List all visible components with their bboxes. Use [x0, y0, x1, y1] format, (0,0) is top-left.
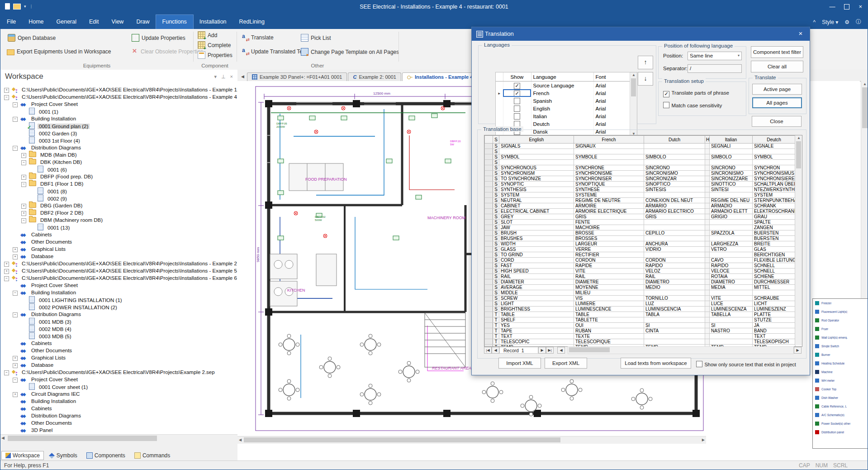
tree-item[interactable]: +DBG (Garden DB)	[0, 202, 237, 209]
dutch-cell[interactable]	[644, 290, 705, 296]
row-header-cell[interactable]	[485, 290, 493, 296]
deutch-cell[interactable]: SCHNELL	[753, 263, 796, 269]
dutch-cell[interactable]	[644, 220, 705, 225]
translation-row[interactable]: SRAILRAILRAILROTAIASCHIENE	[485, 274, 796, 279]
translation-column-header-s[interactable]: S	[493, 136, 499, 144]
language-column-header-font[interactable]: Font	[593, 72, 630, 82]
deutch-cell[interactable]: SYNCHRONISIEREN	[753, 176, 796, 182]
properties-button[interactable]: Properties	[198, 51, 232, 59]
tree-item[interactable]: ◆◆3D Panel	[0, 427, 237, 434]
deutch-cell[interactable]: TEXT	[753, 334, 796, 339]
english-cell[interactable]: CABINET	[499, 203, 574, 209]
workspace-horizontal-scrollbar[interactable]: ◀	[0, 434, 237, 442]
row-header-cell[interactable]	[485, 247, 493, 252]
all-pages-button[interactable]: All pages	[752, 97, 802, 108]
english-cell[interactable]: FAST	[499, 263, 574, 269]
english-cell[interactable]: SYNOPTIC	[499, 182, 574, 187]
legend-item[interactable]: Wall Light(s) emerg.	[813, 333, 868, 342]
tree-item[interactable]: −◆‣‣C:\Users\Public\Documents\IGE+XAO\SE…	[0, 274, 237, 282]
italian-cell[interactable]	[710, 252, 753, 258]
italian-cell[interactable]: SINCRONO	[710, 165, 753, 171]
french-cell[interactable]: VIS	[574, 296, 644, 301]
french-cell[interactable]	[574, 149, 644, 154]
deutch-cell[interactable]: SCHRANK	[753, 203, 796, 209]
menu-tab-view[interactable]: View	[105, 15, 130, 29]
row-header-cell[interactable]	[485, 241, 493, 247]
row-header-cell[interactable]	[485, 263, 493, 269]
translate-parts-checkbox[interactable]: ✓ Translate parts of phrase	[663, 88, 729, 97]
tree-expander-icon[interactable]: −	[4, 370, 9, 375]
tree-item[interactable]: ◆◆Other Documents	[0, 419, 237, 427]
complete-button[interactable]: Complete	[198, 41, 231, 49]
translation-row[interactable]: SFASTRAPIDERAPIDORAPIDOSCHNELL	[485, 263, 796, 269]
language-name-cell[interactable]: Deutch	[531, 120, 593, 128]
tree-item[interactable]: 0001 LIGHTING INSTALLATION (1)	[0, 296, 237, 303]
deutch-cell[interactable]: GLAS	[753, 247, 796, 252]
translation-row[interactable]: SBRUSHESBROSSESBUERSTEN	[485, 236, 796, 241]
tree-item[interactable]: 0001 Cover sheet (1)	[0, 383, 237, 390]
dutch-cell[interactable]: RAIL	[644, 274, 705, 279]
show-language-checkbox[interactable]: ✓	[503, 82, 531, 90]
row-header-cell[interactable]	[485, 296, 493, 301]
translation-row[interactable]: SSYSTEMSYSTEMESYSTEM	[485, 192, 796, 198]
english-cell[interactable]: SYNCHRONOUS	[499, 165, 574, 171]
english-cell[interactable]: TO SYNCHRONIZE	[499, 176, 574, 182]
language-row[interactable]: ItalianArial	[496, 112, 630, 120]
tree-item[interactable]: +◆◆Graphical Lists	[0, 245, 237, 253]
deutch-cell[interactable]: ELEKTROSCHRANK	[753, 209, 796, 214]
scroll-right-icon[interactable]: ▶	[702, 438, 705, 442]
dutch-cell[interactable]: SINCRONISMO	[644, 171, 705, 176]
tree-item[interactable]: −DBM (Machinery room DB)	[0, 216, 237, 224]
english-cell[interactable]: SLOT	[499, 220, 574, 225]
translation-row[interactable]: TSHELFTABLETTESTUTZE	[485, 317, 796, 323]
italian-cell[interactable]: SINTESI	[710, 187, 753, 192]
english-cell[interactable]: NEUTRAL	[499, 198, 574, 203]
menu-tab-redlining[interactable]: RedLining	[233, 15, 271, 29]
translation-row[interactable]: SSCREWVISTORNILLOVITESCHRAUBE	[485, 296, 796, 301]
italian-cell[interactable]: ARMADIO	[710, 203, 753, 209]
gear-icon[interactable]: ⚙	[844, 19, 849, 25]
tree-item[interactable]: 0001 (6)	[0, 166, 237, 173]
italian-cell[interactable]: CAVO	[710, 258, 753, 263]
dutch-cell[interactable]	[644, 252, 705, 258]
french-cell[interactable]: SYNOPTIQUE	[574, 182, 644, 187]
deutch-cell[interactable]: SIGNALE	[753, 144, 796, 149]
language-name-cell[interactable]: Italian	[531, 112, 593, 120]
move-language-down-button[interactable]: ↓	[638, 72, 653, 86]
italian-cell[interactable]: SIMBOLO	[710, 154, 753, 160]
dutch-cell[interactable]: SINCRONIZAR	[644, 176, 705, 182]
translation-column-header-italian[interactable]: Italian	[710, 136, 753, 144]
translation-row[interactable]: SAVERAGEMOYENNEMEDIOMEDIAMITTEL	[485, 285, 796, 290]
show-language-checkbox[interactable]	[503, 105, 531, 112]
row-header-cell[interactable]	[485, 187, 493, 192]
language-name-cell[interactable]: Source Language	[531, 82, 593, 90]
tab-scroll-left-icon[interactable]: ◀	[237, 74, 247, 81]
dutch-cell[interactable]: VIDRIO	[644, 247, 705, 252]
french-cell[interactable]: MACHOIRE	[574, 225, 644, 230]
dutch-cell[interactable]	[644, 236, 705, 241]
legend-item[interactable]: Fryer	[813, 325, 868, 333]
dutch-cell[interactable]	[644, 334, 705, 339]
dutch-cell[interactable]: ARMARIO	[644, 203, 705, 209]
english-cell[interactable]: GLASS	[499, 247, 574, 252]
italian-cell[interactable]: SINCRONISMO	[710, 171, 753, 176]
translation-column-header-deutch[interactable]: Deutch	[753, 136, 796, 144]
translation-row[interactable]: SCORDCORDONCORDONCAVOFLEXIBLE LEITUNG	[485, 258, 796, 263]
dutch-cell[interactable]	[644, 317, 705, 323]
italian-cell[interactable]	[710, 236, 753, 241]
language-column-header-show[interactable]: Show	[503, 72, 531, 82]
dutch-cell[interactable]: TORNILLO	[644, 296, 705, 301]
italian-cell[interactable]: LARGHEZZA	[710, 241, 753, 247]
translation-horizontal-scrollbar[interactable]	[568, 346, 794, 354]
last-record-button[interactable]: ▶|	[546, 347, 554, 354]
deutch-cell[interactable]: ZANGEN	[753, 225, 796, 230]
italian-cell[interactable]: SPAZZOLA	[710, 230, 753, 236]
legend-item[interactable]: Heating Schedule	[813, 359, 868, 368]
legend-item[interactable]: Dish Washer	[813, 393, 868, 402]
row-header-cell[interactable]	[485, 192, 493, 198]
legend-item[interactable]: Freezer	[813, 299, 868, 307]
page-tab[interactable]: Example 3D Panel+: =F01+A01 0001	[247, 72, 347, 81]
row-header-cell[interactable]	[485, 209, 493, 214]
tree-expander-icon[interactable]: −	[4, 95, 9, 100]
italian-cell[interactable]	[710, 290, 753, 296]
